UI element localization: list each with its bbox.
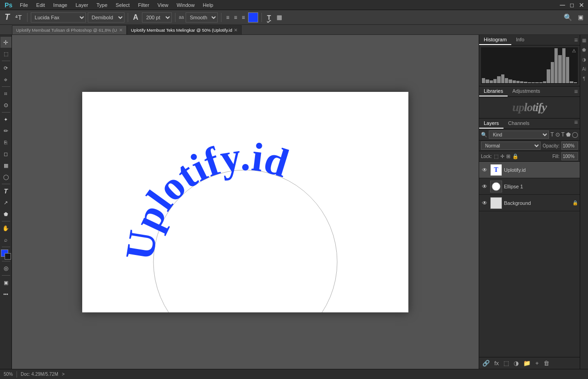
- layer-eye-background[interactable]: 👁: [481, 200, 488, 206]
- spot-heal-button[interactable]: ✦: [0, 114, 11, 125]
- adjust-strip-icon[interactable]: Ai: [581, 66, 587, 73]
- menu-image[interactable]: Image: [50, 1, 71, 9]
- gradient-button[interactable]: ▦: [0, 160, 11, 171]
- doc-info-arrow[interactable]: >: [62, 372, 65, 377]
- filter-shape-icon[interactable]: ⬟: [566, 131, 571, 138]
- panel-icon-strip: ▦ ⬟ ◑ Ai ¶: [580, 35, 588, 369]
- add-mask-button[interactable]: ⬚: [502, 359, 510, 368]
- workspace-button[interactable]: ▣: [576, 13, 585, 22]
- color-strip-icon[interactable]: ◑: [581, 56, 587, 63]
- minimize-button[interactable]: ─: [558, 0, 567, 10]
- font-size-select[interactable]: 200 pt: [142, 12, 172, 23]
- brush-button[interactable]: ✏: [0, 125, 11, 136]
- shape-tool-button[interactable]: ⬟: [0, 209, 11, 220]
- move-tool-button[interactable]: ✛: [0, 37, 11, 48]
- background-color[interactable]: [5, 253, 11, 260]
- close-button[interactable]: ✕: [577, 0, 586, 10]
- menu-edit[interactable]: Edit: [33, 1, 49, 9]
- tab-adjustments[interactable]: Adjustments: [508, 86, 545, 96]
- path-select-button[interactable]: ↗: [0, 197, 11, 208]
- libraries-strip-icon[interactable]: ⬟: [581, 46, 587, 53]
- font-family-select[interactable]: Lucida Fax: [31, 12, 86, 23]
- menu-view[interactable]: View: [154, 1, 172, 9]
- tab-histogram[interactable]: Histogram: [479, 35, 511, 45]
- align-right-button[interactable]: ≡: [240, 13, 246, 22]
- lock-artboard-icon[interactable]: ⊞: [506, 153, 510, 159]
- layer-eye-uplotify[interactable]: 👁: [481, 167, 488, 173]
- add-link-button[interactable]: 🔗: [481, 359, 491, 368]
- libraries-panel-menu[interactable]: ≡: [572, 88, 580, 95]
- menu-window[interactable]: Window: [173, 1, 198, 9]
- paragraph-strip-icon[interactable]: ¶: [582, 75, 586, 82]
- tab-tulisan[interactable]: Uplotify Membuat Tulisan di Photoshop @ …: [12, 25, 127, 34]
- menu-help[interactable]: Help: [199, 1, 217, 9]
- blend-mode-select[interactable]: Normal: [481, 141, 541, 150]
- dodge-button[interactable]: ◯: [0, 171, 11, 182]
- extra-tools-button[interactable]: •••: [0, 288, 11, 300]
- layer-row-ellipse[interactable]: 👁 Ellipse 1: [479, 178, 580, 195]
- add-style-button[interactable]: fx: [493, 359, 500, 368]
- clone-button[interactable]: ⎘: [0, 137, 11, 148]
- lasso-tool-button[interactable]: ⟳: [0, 62, 11, 74]
- add-layer-button[interactable]: +: [534, 359, 540, 368]
- layers-panel-menu[interactable]: ≡: [572, 119, 580, 129]
- quick-mask-button[interactable]: ◎: [0, 263, 11, 274]
- tab-tulisan-label: Uplotify Membuat Tulisan di Photoshop @ …: [16, 28, 117, 33]
- antialiasing-select[interactable]: Smooth: [186, 12, 218, 23]
- tab-layers[interactable]: Layers: [479, 119, 503, 129]
- type-tool-icon[interactable]: T: [3, 11, 11, 23]
- tab-melingkar-close[interactable]: ✕: [234, 28, 237, 33]
- add-adjustment-button[interactable]: ◑: [512, 359, 520, 368]
- histogram-warning-icon: ⚠: [572, 48, 576, 53]
- font-style-select[interactable]: Demibold: [88, 12, 124, 23]
- fill-input[interactable]: [561, 152, 578, 160]
- lock-pixels-icon[interactable]: ⬚: [494, 153, 498, 159]
- menu-select[interactable]: Select: [112, 1, 134, 9]
- magic-wand-button[interactable]: ⎆: [0, 74, 11, 85]
- tool-separator-3: [2, 112, 10, 113]
- filter-text-icon[interactable]: T: [561, 131, 565, 138]
- filter-adjust-icon[interactable]: ⊙: [555, 131, 560, 138]
- tab-info[interactable]: Info: [511, 35, 529, 45]
- tab-channels[interactable]: Channels: [503, 119, 534, 129]
- layer-thumb-uplotify: T: [490, 164, 502, 176]
- align-left-button[interactable]: ≡: [225, 13, 231, 22]
- menu-layer[interactable]: Layer: [72, 1, 92, 9]
- menu-file[interactable]: File: [16, 1, 32, 9]
- lock-position-icon[interactable]: ✛: [500, 153, 504, 159]
- eraser-button[interactable]: ◻: [0, 148, 11, 159]
- menu-filter[interactable]: Filter: [134, 1, 153, 9]
- search-button[interactable]: 🔍: [562, 12, 574, 23]
- tool-separator-2: [2, 86, 10, 87]
- layer-filter-select[interactable]: Kind: [489, 130, 549, 139]
- filter-type-icon[interactable]: T: [550, 131, 554, 138]
- text-color-swatch[interactable]: [248, 12, 258, 23]
- hand-tool-button[interactable]: ✋: [0, 223, 11, 234]
- character-panel-button[interactable]: ▦: [275, 13, 284, 22]
- lock-all-icon[interactable]: 🔒: [512, 153, 519, 159]
- opacity-input[interactable]: [561, 141, 578, 150]
- eyedropper-button[interactable]: ⊙: [0, 100, 11, 111]
- type-tool-button[interactable]: T: [0, 186, 11, 197]
- menu-type[interactable]: Type: [93, 1, 111, 9]
- layer-row-background[interactable]: 👁 Background 🔒: [479, 195, 580, 211]
- maximize-button[interactable]: ◻: [568, 1, 576, 9]
- delete-layer-button[interactable]: 🗑: [542, 359, 551, 368]
- tab-melingkar[interactable]: Uplotify Membuat Teks Melingkar @ 50% (U…: [127, 25, 242, 34]
- warp-text-button[interactable]: T: [265, 13, 273, 22]
- layer-row-uplotify[interactable]: 👁 T Uplotify.id: [479, 162, 580, 178]
- crop-tool-button[interactable]: ⌗: [0, 88, 11, 99]
- histogram-panel-menu[interactable]: ≡: [572, 36, 580, 44]
- zoom-display: 50%: [4, 372, 13, 377]
- zoom-tool-button[interactable]: ⌕: [0, 234, 11, 245]
- add-group-button[interactable]: 📁: [522, 359, 532, 368]
- tab-libraries[interactable]: Libraries: [479, 86, 508, 96]
- text-orientation-button[interactable]: ⁴T: [13, 13, 24, 22]
- tab-tulisan-close[interactable]: ✕: [119, 28, 123, 33]
- screen-mode-button[interactable]: ▣: [0, 277, 11, 288]
- histogram-strip-icon[interactable]: ▦: [581, 37, 587, 44]
- layer-eye-ellipse[interactable]: 👁: [481, 183, 488, 190]
- align-center-button[interactable]: ≡: [232, 13, 238, 22]
- marquee-tool-button[interactable]: ⬚: [0, 48, 11, 59]
- filter-toggle[interactable]: ◯: [572, 131, 578, 138]
